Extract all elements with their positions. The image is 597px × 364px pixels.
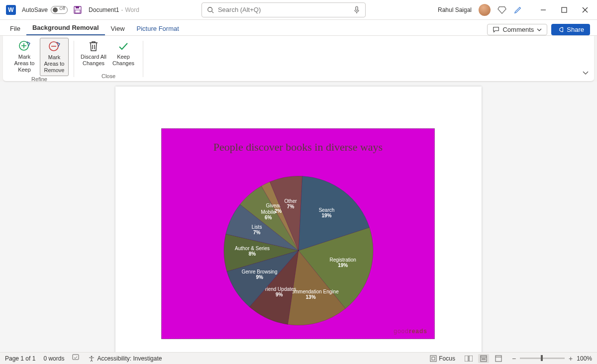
focus-mode-button[interactable]: Focus [430,355,455,362]
web-layout-button[interactable] [493,354,504,363]
document-canvas[interactable]: People discover books in diverse ways Se… [0,82,597,352]
svg-point-3 [208,7,212,11]
share-icon [557,26,564,33]
accessibility-icon [88,355,95,362]
watermark: goodreads [394,328,427,335]
zoom-control: − + 100% [512,355,592,363]
mark-areas-to-keep-button[interactable]: Mark Areas to Keep [10,38,39,76]
app-name: Word [125,6,139,13]
tab-view[interactable]: View [105,22,131,35]
zoom-in-button[interactable]: + [569,355,573,363]
close-button[interactable] [575,2,595,17]
zoom-slider[interactable] [520,358,565,359]
chevron-down-icon [537,27,542,32]
svg-point-16 [91,356,93,357]
accessibility-label: Accessibility: Investigate [97,355,162,362]
tab-bar: File Background Removal View Picture For… [0,20,597,36]
mark-keep-label: Mark Areas to Keep [11,54,38,73]
tab-background-removal[interactable]: Background Removal [26,21,105,35]
selected-image[interactable]: People discover books in diverse ways Se… [161,128,435,339]
mark-keep-icon [18,40,31,53]
zoom-thumb[interactable] [541,355,543,361]
user-name: Rahul Saigal [438,6,472,13]
search-box[interactable] [201,2,366,17]
group-label-refine: Refine [31,76,47,83]
maximize-button[interactable] [554,2,574,17]
mark-remove-label: Mark Areas to Remove [41,54,67,74]
keep-changes-button[interactable]: Keep Changes [109,38,138,69]
status-spellcheck-icon[interactable] [72,354,80,363]
slice-label: Lists7% [252,224,262,235]
minimize-button[interactable] [533,2,553,17]
svg-rect-20 [469,356,473,362]
comments-label: Comments [502,26,534,33]
svg-rect-25 [496,356,501,362]
status-bar: Page 1 of 1 0 words Accessibility: Inves… [0,352,597,364]
autosave-label: AutoSave [22,6,48,13]
status-words[interactable]: 0 words [43,355,64,362]
separator [143,41,143,77]
avatar[interactable] [479,4,491,16]
keep-label: Keep Changes [110,54,137,67]
svg-rect-15 [73,355,79,360]
autosave-state: Off [59,6,65,11]
image-title: People discover books in diverse ways [162,129,434,154]
print-layout-button[interactable] [478,354,489,363]
doc-name: Document1 [89,6,119,13]
focus-icon [430,355,437,362]
tab-file[interactable]: File [4,22,26,35]
zoom-out-button[interactable]: − [512,355,516,363]
title-bar: W AutoSave Off Document1-Word Rahul Saig… [0,0,597,20]
page: People discover books in diverse ways Se… [115,87,482,352]
mark-areas-to-remove-button[interactable]: Mark Areas to Remove [40,38,69,76]
mic-icon[interactable] [353,5,360,14]
svg-rect-5 [356,6,358,10]
ribbon: Mark Areas to Keep Mark Areas to Remove … [3,36,594,82]
focus-label: Focus [439,355,455,362]
comments-button[interactable]: Comments [487,24,547,35]
save-icon[interactable] [74,6,82,14]
check-icon [117,40,129,52]
svg-rect-1 [76,6,79,8]
svg-line-4 [212,11,214,13]
word-app-icon: W [6,5,16,15]
zoom-percent[interactable]: 100% [577,355,592,362]
search-icon [207,6,214,13]
svg-rect-17 [430,356,436,362]
group-label-close: Close [101,73,115,80]
status-accessibility[interactable]: Accessibility: Investigate [88,355,162,362]
collapse-ribbon-button[interactable] [582,69,589,78]
mark-remove-icon [48,40,61,53]
autosave-toggle[interactable]: Off [51,6,68,14]
chevron-down-icon [582,69,589,76]
svg-rect-18 [432,357,435,360]
trash-icon [88,40,99,52]
ribbon-group-refine: Mark Areas to Keep Mark Areas to Remove … [7,38,72,80]
watermark-a: good [394,328,409,335]
pie-chart: Search19%Registration19%Recommendation E… [221,174,376,328]
discard-all-changes-button[interactable]: Discard All Changes [79,38,108,69]
search-input[interactable] [218,6,349,13]
tab-picture-format[interactable]: Picture Format [131,22,185,35]
pen-icon[interactable] [513,5,522,14]
svg-rect-19 [465,356,468,362]
diamond-icon[interactable] [498,5,506,14]
toggle-knob [53,7,58,12]
comment-icon [493,26,499,33]
svg-rect-7 [562,7,567,12]
read-mode-button[interactable] [463,354,474,363]
svg-rect-2 [75,10,80,13]
discard-label: Discard All Changes [80,54,107,67]
ribbon-group-close: Discard All Changes Keep Changes Close [76,38,141,80]
share-button[interactable]: Share [551,24,590,35]
watermark-b: reads [409,328,427,335]
status-page[interactable]: Page 1 of 1 [5,355,35,362]
document-title: Document1-Word [89,6,139,13]
separator [74,41,74,77]
share-label: Share [567,26,584,33]
